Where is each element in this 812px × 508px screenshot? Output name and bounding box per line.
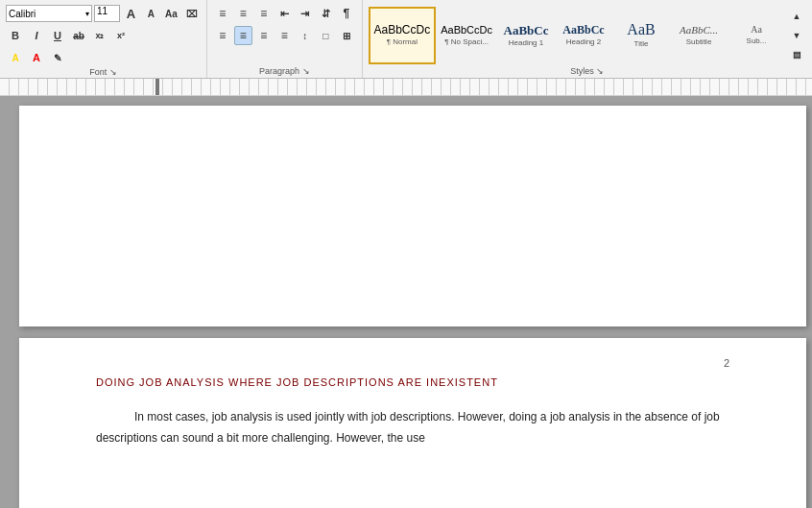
subscript-btn[interactable]: x₂ (90, 26, 109, 45)
numbering-btn[interactable]: ≡ (234, 4, 252, 23)
style-heading2[interactable]: AaBbCc Heading 2 (555, 7, 612, 64)
align-center-btn[interactable]: ≡ (234, 26, 252, 45)
style-sub2[interactable]: Aa Sub... (728, 7, 785, 64)
strikethrough-btn[interactable]: ab (69, 26, 88, 45)
style-nospace-label: ¶ No Spaci... (444, 37, 489, 46)
font-size-value: 11 (97, 6, 107, 16)
styles-group-footer: Styles ↘ (369, 66, 806, 76)
grow-font-btn[interactable]: A (122, 4, 140, 23)
para-group-bottom: ≡ ≡ ≡ ≡ ↕ □ ⊞ (213, 26, 355, 45)
style-h1-label: Heading 1 (509, 38, 543, 47)
page-header-title: DOING JOB ANALYSIS WHERE JOB DESCRIPTION… (96, 376, 729, 388)
clear-format-btn[interactable]: ⌧ (182, 4, 201, 23)
style-normal-label: ¶ Normal (387, 37, 418, 46)
superscript-btn[interactable]: x² (111, 26, 131, 45)
style-normal-preview: AaBbCcDc (374, 24, 431, 36)
increase-indent-btn[interactable]: ⇥ (296, 4, 314, 23)
line-spacing-btn[interactable]: ↕ (296, 26, 314, 45)
styles-scroll-down[interactable]: ▼ (787, 26, 806, 45)
justify-btn[interactable]: ≡ (275, 26, 294, 45)
style-nospace-preview: AaBbCcDc (441, 25, 492, 36)
font-group-footer: Font ↘ (6, 67, 201, 77)
format-painter-btn[interactable]: ✎ (48, 48, 67, 67)
multilevel-list-btn[interactable]: ≡ (254, 4, 273, 23)
bold-btn[interactable]: B (6, 26, 25, 45)
paragraph-group-label: Paragraph (259, 66, 299, 76)
ruler-marks (0, 79, 812, 95)
style-heading1[interactable]: AaBbCc Heading 1 (497, 7, 555, 64)
font-name-value: Calibri (9, 9, 36, 19)
style-title[interactable]: AaB Title (612, 7, 670, 64)
font-group-top: Calibri ▾ 11 A A Aa ⌧ (6, 4, 201, 23)
style-sub2-preview: Aa (751, 25, 762, 35)
styles-more[interactable]: ▤ (787, 45, 806, 64)
highlight-btn[interactable]: A (6, 48, 25, 67)
style-normal[interactable]: AaBbCcDc ¶ Normal (369, 7, 437, 64)
ruler (0, 79, 812, 96)
page-number: 2 (724, 357, 729, 369)
styles-group: AaBbCcDc ¶ Normal AaBbCcDc ¶ No Spaci...… (363, 0, 812, 78)
font-size-input[interactable]: 11 (94, 5, 120, 22)
style-no-space[interactable]: AaBbCcDc ¶ No Spaci... (436, 7, 497, 64)
ribbon: Calibri ▾ 11 A A Aa ⌧ B I U ab x₂ x² A A… (0, 0, 812, 79)
font-name-arrow: ▾ (85, 10, 89, 18)
bullets-btn[interactable]: ≡ (213, 4, 231, 23)
styles-group-expand[interactable]: ↘ (596, 66, 604, 76)
para-group-top: ≡ ≡ ≡ ⇤ ⇥ ⇵ ¶ (213, 4, 355, 23)
sort-btn[interactable]: ⇵ (317, 4, 335, 23)
change-case-btn[interactable]: Aa (162, 4, 180, 23)
align-left-btn[interactable]: ≡ (213, 26, 231, 45)
style-h1-preview: AaBbCc (504, 24, 549, 36)
align-right-btn[interactable]: ≡ (254, 26, 273, 45)
styles-scroll-up[interactable]: ▲ (787, 7, 806, 26)
style-subtitle-preview: AaBbC... (680, 25, 718, 36)
style-title-label: Title (634, 39, 649, 48)
styles-items-row: AaBbCcDc ¶ Normal AaBbCcDc ¶ No Spaci...… (369, 4, 806, 66)
font-group-bottom: A A ✎ (6, 48, 201, 67)
style-sub2-label: Sub... (747, 36, 767, 45)
style-subtitle-label: Subtitle (686, 37, 712, 46)
style-subtitle[interactable]: AaBbC... Subtitle (670, 7, 728, 64)
styles-group-label: Styles (570, 66, 594, 76)
para-group-expand[interactable]: ↘ (302, 66, 310, 76)
page-body-paragraph1: In most cases, job analysis is used join… (96, 407, 729, 448)
font-group-mid: B I U ab x₂ x² (6, 26, 201, 45)
font-name-dropdown[interactable]: Calibri ▾ (6, 5, 92, 22)
style-h2-label: Heading 2 (566, 37, 601, 46)
show-marks-btn[interactable]: ¶ (337, 4, 355, 23)
decrease-indent-btn[interactable]: ⇤ (275, 4, 294, 23)
document-area: 2 DOING JOB ANALYSIS WHERE JOB DESCRIPTI… (0, 96, 812, 508)
page-1 (19, 106, 806, 327)
borders-btn[interactable]: ⊞ (337, 26, 355, 45)
font-group-label: Font (89, 67, 107, 77)
style-h2-preview: AaBbCc (562, 24, 604, 36)
para-group-footer: Paragraph ↘ (213, 66, 355, 76)
paragraph-group: ≡ ≡ ≡ ⇤ ⇥ ⇵ ¶ ≡ ≡ ≡ ≡ ↕ □ ⊞ Paragraph ↘ (207, 0, 362, 78)
page-2[interactable]: 2 DOING JOB ANALYSIS WHERE JOB DESCRIPTI… (19, 338, 806, 508)
italic-btn[interactable]: I (27, 26, 46, 45)
shading-btn[interactable]: □ (317, 26, 335, 45)
font-group-expand[interactable]: ↘ (109, 67, 117, 77)
shrink-font-btn[interactable]: A (142, 4, 160, 23)
style-title-preview: AaB (627, 22, 655, 37)
underline-btn[interactable]: U (48, 26, 67, 45)
font-color-btn[interactable]: A (27, 48, 46, 67)
font-group: Calibri ▾ 11 A A Aa ⌧ B I U ab x₂ x² A A… (0, 0, 207, 78)
ruler-indent-marker[interactable] (155, 79, 159, 96)
